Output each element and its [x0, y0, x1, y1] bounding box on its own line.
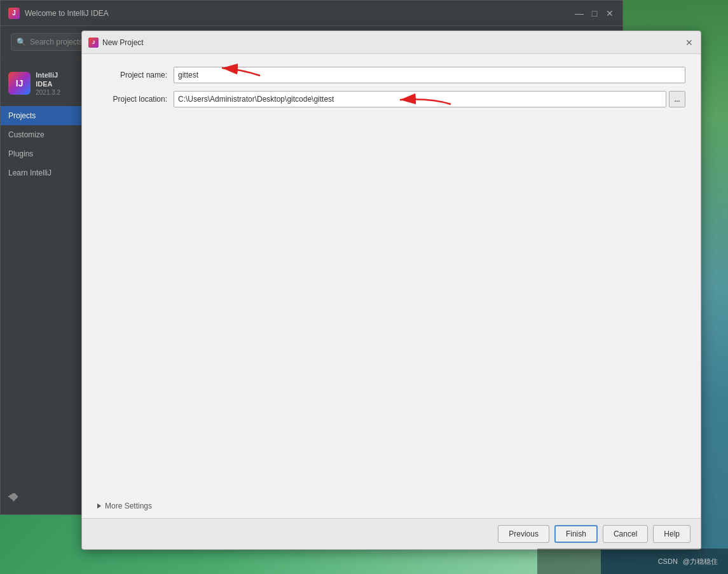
sidebar-item-learn[interactable]: Learn IntelliJ: [1, 163, 83, 182]
project-location-label: Project location:: [97, 95, 174, 104]
maximize-button[interactable]: □: [589, 8, 600, 18]
minimize-button[interactable]: —: [574, 8, 584, 18]
sidebar-item-projects[interactable]: Projects: [1, 106, 83, 125]
sidebar-spacer: [1, 182, 83, 486]
cancel-button[interactable]: Cancel: [603, 525, 648, 543]
project-name-row: Project name:: [97, 67, 685, 83]
dialog-icon: J: [88, 38, 99, 48]
sidebar-logo: IJ IntelliJ IDEA 2021.3.2: [1, 63, 83, 106]
more-settings-label: More Settings: [105, 502, 152, 510]
expand-icon: [97, 503, 101, 509]
dialog-titlebar: J New Project ✕: [82, 31, 701, 54]
gear-icon: [8, 493, 18, 503]
search-placeholder: Search projects: [30, 38, 83, 46]
dialog-footer: Previous Finish Cancel Help: [82, 518, 701, 549]
user-text: @力稳稳住: [683, 557, 718, 566]
dialog-body: Project name: Project location: ...: [82, 54, 701, 496]
welcome-window-title: Welcome to IntelliJ IDEA: [25, 9, 574, 18]
logo-version: 2021.3.2: [36, 89, 76, 96]
location-input-group: ...: [174, 91, 685, 107]
logo-text: IntelliJ IDEA 2021.3.2: [36, 71, 76, 96]
sidebar-item-plugins[interactable]: Plugins: [1, 144, 83, 163]
previous-button[interactable]: Previous: [498, 525, 549, 543]
csdn-text: CSDN: [658, 557, 678, 565]
intellij-logo-small: J: [8, 8, 20, 19]
dialog-title: New Project: [102, 38, 684, 47]
sidebar-item-customize[interactable]: Customize: [1, 125, 83, 144]
new-project-dialog: J New Project ✕ Project name: Project lo…: [81, 31, 701, 550]
project-name-label: Project name:: [97, 71, 174, 79]
finish-button[interactable]: Finish: [554, 525, 598, 543]
close-window-button[interactable]: ✕: [605, 8, 615, 18]
browse-button[interactable]: ...: [669, 91, 685, 107]
project-location-row: Project location: ...: [97, 91, 685, 107]
sidebar: IJ IntelliJ IDEA 2021.3.2 Projects Custo…: [1, 58, 83, 514]
welcome-titlebar: J Welcome to IntelliJ IDEA — □ ✕: [1, 1, 622, 26]
project-name-input[interactable]: [174, 67, 685, 83]
taskbar: CSDN @力稳稳住: [537, 549, 728, 574]
search-icon: 🔍: [17, 38, 26, 46]
more-settings-toggle[interactable]: More Settings: [82, 496, 701, 518]
logo-brand: IntelliJ IDEA: [36, 71, 76, 89]
window-controls: — □ ✕: [574, 8, 615, 18]
intellij-logo: IJ: [8, 72, 31, 95]
settings-button[interactable]: [1, 486, 83, 509]
content-spacer: [97, 115, 685, 484]
help-button[interactable]: Help: [653, 525, 690, 543]
project-location-input[interactable]: [174, 91, 666, 107]
dialog-close-button[interactable]: ✕: [684, 38, 694, 48]
